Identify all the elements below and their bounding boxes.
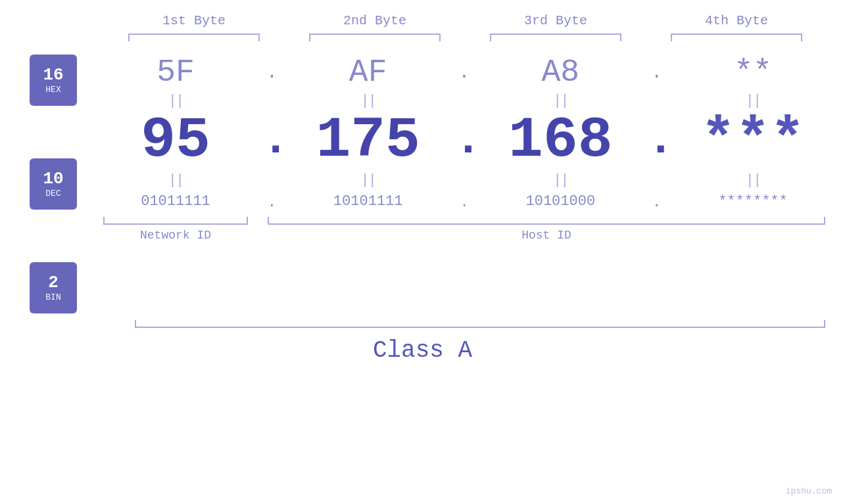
bin-badge: 2 BIN — [30, 262, 77, 313]
hex-badge-num: 16 — [43, 66, 63, 83]
byte-headers: 1st Byte 2nd Byte 3rd Byte 4th Byte — [104, 13, 827, 28]
dec-cell-4: *** — [681, 112, 825, 170]
eq-1: || — [168, 93, 183, 109]
hex-val-3: A8 — [542, 55, 580, 90]
eq2-4: || — [746, 172, 760, 189]
hex-val-1: 5F — [157, 55, 195, 90]
dec-cell-1: 95 — [103, 112, 248, 170]
outer-bracket-bottom — [135, 320, 825, 328]
dec-cell-2: 175 — [296, 112, 441, 170]
bin-val-2: 10101111 — [333, 193, 403, 210]
bin-badge-num: 2 — [48, 274, 59, 291]
bracket-1 — [128, 34, 260, 41]
grid-area: 5F . AF . A8 . ** || || — [77, 48, 845, 313]
dec-val-4: *** — [701, 112, 805, 170]
dec-val-2: 175 — [316, 112, 420, 170]
bin-val-1: 01011111 — [141, 193, 210, 210]
eq2-1: || — [168, 172, 183, 189]
byte4-header: 4th Byte — [664, 13, 809, 28]
bin-dot-3: . — [652, 195, 661, 211]
top-brackets — [104, 34, 827, 41]
byte2-header: 2nd Byte — [302, 13, 447, 28]
dec-badge-label: DEC — [45, 189, 60, 198]
bin-dot-2: . — [460, 195, 468, 211]
dec-dot-3: . — [647, 114, 675, 166]
hex-val-2: AF — [349, 55, 387, 90]
bottom-bracket-row — [103, 217, 825, 225]
hex-cell-1: 5F — [103, 55, 248, 90]
hex-dot-2: . — [454, 62, 474, 83]
bin-val-3: 10101000 — [526, 193, 596, 210]
dec-dot-1: . — [262, 114, 289, 166]
hex-dot-1: . — [262, 62, 281, 83]
network-bracket — [103, 217, 248, 225]
hex-cell-4: ** — [681, 55, 825, 90]
badges-column: 16 HEX 10 DEC 2 BIN — [30, 48, 77, 313]
byte1-header: 1st Byte — [122, 13, 266, 28]
dec-val-3: 168 — [508, 112, 612, 170]
eq2-2: || — [360, 172, 375, 189]
host-bracket — [268, 217, 825, 225]
content-area: 16 HEX 10 DEC 2 BIN 5F . AF — [0, 48, 845, 313]
bracket-4 — [671, 34, 802, 41]
bracket-3 — [490, 34, 621, 41]
hex-cell-3: A8 — [488, 55, 633, 90]
hex-cell-2: AF — [296, 55, 441, 90]
watermark: ipshu.com — [786, 486, 832, 496]
bracket-2 — [309, 34, 441, 41]
class-label: Class A — [373, 337, 472, 364]
bin-dot-1: . — [268, 195, 276, 211]
equal-row-2: || || || || — [103, 172, 825, 189]
hex-row: 5F . AF . A8 . ** — [103, 55, 825, 90]
main-container: 1st Byte 2nd Byte 3rd Byte 4th Byte 16 H… — [0, 0, 845, 504]
hex-val-4: ** — [734, 55, 772, 90]
dec-badge-num: 10 — [43, 170, 63, 187]
eq-4: || — [746, 93, 760, 109]
bin-badge-label: BIN — [45, 292, 60, 302]
bin-cell-3: 10101000 — [488, 193, 633, 210]
byte3-header: 3rd Byte — [483, 13, 628, 28]
hex-dot-3: . — [647, 62, 667, 83]
equal-row-1: || || || || — [103, 93, 825, 109]
bin-row: 01011111 . 10101111 . 10101000 . *******… — [103, 191, 825, 212]
bin-val-4: ******** — [718, 193, 788, 210]
eq-2: || — [360, 93, 375, 109]
dec-cell-3: 168 — [488, 112, 633, 170]
bin-cell-4: ******** — [681, 193, 825, 210]
network-id-label: Network ID — [103, 229, 248, 242]
dec-badge: 10 DEC — [30, 158, 77, 210]
eq2-3: || — [553, 172, 567, 189]
id-labels-row: Network ID Host ID — [103, 229, 825, 242]
bin-cell-1: 01011111 — [103, 193, 248, 210]
dec-row: 95 . 175 . 168 . *** — [103, 112, 825, 170]
bin-cell-2: 10101111 — [296, 193, 441, 210]
eq-3: || — [553, 93, 567, 109]
dec-dot-2: . — [454, 114, 482, 166]
host-id-label: Host ID — [268, 229, 825, 242]
hex-badge-label: HEX — [45, 85, 60, 95]
hex-badge: 16 HEX — [30, 55, 77, 106]
dec-val-1: 95 — [141, 112, 210, 170]
